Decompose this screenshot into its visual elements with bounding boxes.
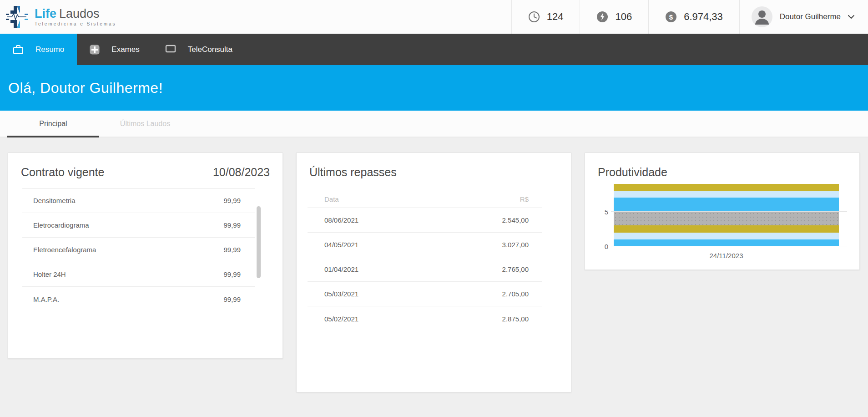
chart-y-tick-label: 0 — [605, 243, 608, 250]
brand-secondary: Laudos — [59, 7, 100, 20]
brand-primary: Life — [35, 7, 56, 20]
productivity-card: Produtividade 05 24/11/2023 — [585, 153, 860, 270]
transfers-card: Últimos repasses Data R$ 08/06/20212.545… — [296, 153, 571, 392]
transfer-amount: 2.545,00 — [502, 216, 529, 224]
stat-value: 6.974,33 — [684, 11, 723, 23]
transfer-date: 05/02/2021 — [324, 315, 358, 323]
bar-segment-series-6 — [614, 191, 839, 198]
stat-value: 106 — [615, 11, 632, 23]
bar-segment-series-7 — [614, 184, 839, 191]
greeting-banner: Olá, Doutor Guilherme! — [0, 65, 868, 111]
transfer-amount: 2.705,00 — [502, 290, 529, 298]
transfers-card-title: Últimos repasses — [297, 164, 571, 180]
transfer-amount: 2.765,00 — [502, 265, 529, 273]
stat-energy: 106 — [580, 0, 648, 34]
transfer-row: 04/05/20213.027,00 — [308, 233, 542, 257]
contract-item: Densitometria99,99 — [22, 188, 255, 213]
bar-segment-series-3 — [614, 225, 839, 232]
productivity-chart: 05 — [598, 184, 859, 246]
exam-price: 99,99 — [223, 295, 241, 303]
bar-segment-series-2 — [614, 233, 839, 239]
transfer-row: 08/06/20212.545,00 — [308, 208, 542, 233]
clock-icon — [528, 11, 540, 23]
user-name: Doutor Guilherme — [780, 12, 841, 21]
transfer-date: 05/03/2021 — [324, 290, 358, 298]
tab-resumo[interactable]: Resumo — [0, 34, 77, 65]
contract-list-scrollbar[interactable] — [257, 206, 261, 278]
transfer-date: 01/04/2021 — [324, 265, 358, 273]
exam-name: Eletrocardiograma — [33, 221, 89, 229]
briefcase-icon — [13, 45, 24, 55]
exam-price: 99,99 — [223, 270, 241, 278]
dollar-icon: $ — [665, 11, 677, 23]
contract-item: Eletroencefalograma99,99 — [22, 238, 255, 262]
transfer-row: 01/04/20212.765,00 — [308, 257, 542, 282]
transfer-amount: 2.875,00 — [502, 315, 529, 323]
transfers-table: Data R$ 08/06/20212.545,0004/05/20213.02… — [308, 191, 542, 331]
exam-name: M.A.P.A. — [33, 295, 59, 303]
plus-square-icon — [90, 45, 100, 55]
contract-item: Eletrocardiograma99,99 — [22, 213, 255, 238]
contract-card: Contrato vigente 10/08/2023 Densitometri… — [8, 153, 283, 359]
logo-cross-icon — [5, 5, 29, 29]
subtab-ultimos-laudos[interactable]: Últimos Laudos — [99, 111, 191, 137]
main-nav: Resumo Exames TeleConsulta — [0, 34, 868, 65]
transfers-table-header: Data R$ — [308, 191, 542, 208]
stacked-bar — [614, 184, 839, 246]
dashboard-content: Contrato vigente 10/08/2023 Densitometri… — [0, 137, 868, 407]
chart-gridline — [611, 246, 847, 246]
transfer-row: 05/03/20212.705,00 — [308, 282, 542, 306]
transfers-rows: 08/06/20212.545,0004/05/20213.027,0001/0… — [308, 208, 542, 331]
transfer-date: 04/05/2021 — [324, 241, 358, 249]
bolt-icon — [596, 11, 608, 23]
exam-name: Eletroencefalograma — [33, 246, 96, 254]
chart-gridline — [611, 211, 847, 212]
header-stats: 124 106 $ 6.974,33 — [511, 0, 868, 34]
exam-price: 99,99 — [223, 221, 241, 229]
subtab-principal[interactable]: Principal — [7, 111, 99, 137]
bar-segment-series-4 — [614, 212, 839, 225]
transfer-row: 05/02/20212.875,00 — [308, 306, 542, 331]
sub-tabs: Principal Últimos Laudos — [0, 111, 868, 137]
tab-teleconsulta[interactable]: TeleConsulta — [152, 34, 245, 65]
column-header-rs: R$ — [520, 195, 529, 203]
tab-label: Exames — [111, 45, 139, 54]
productivity-card-title: Produtividade — [585, 164, 859, 180]
column-header-data: Data — [324, 195, 339, 203]
exam-price: 99,99 — [223, 246, 241, 254]
app-header: LifeLaudos Telemedicina e Sistemas 124 1 — [0, 0, 868, 34]
chart-y-axis: 05 — [598, 184, 614, 246]
bar-segment-series-5 — [614, 198, 839, 211]
tab-label: TeleConsulta — [188, 45, 232, 54]
stat-balance: $ 6.974,33 — [648, 0, 739, 34]
avatar — [752, 6, 772, 27]
chart-y-tick-label: 5 — [605, 208, 608, 215]
svg-text:$: $ — [669, 13, 673, 21]
brand-subtitle: Telemedicina e Sistemas — [35, 21, 116, 26]
contract-item: M.A.P.A.99,99 — [22, 287, 255, 311]
monitor-icon — [165, 45, 176, 54]
contract-card-title: Contrato vigente — [21, 164, 104, 180]
transfer-date: 08/06/2021 — [324, 216, 358, 224]
exam-price: 99,99 — [223, 197, 241, 204]
greeting-text: Olá, Doutor Guilherme! — [8, 80, 163, 97]
contract-list-wrap: Densitometria99,99Eletrocardiograma99,99… — [22, 188, 254, 311]
chevron-down-icon — [848, 15, 854, 19]
exam-name: Holter 24H — [33, 270, 66, 278]
contract-item: Holter 24H99,99 — [22, 262, 255, 287]
chart-x-tick-label: 24/11/2023 — [614, 252, 839, 259]
contract-list: Densitometria99,99Eletrocardiograma99,99… — [22, 188, 255, 311]
exam-name: Densitometria — [33, 197, 76, 204]
contract-date: 10/08/2023 — [213, 166, 270, 179]
user-menu[interactable]: Doutor Guilherme — [739, 0, 868, 34]
stat-value: 124 — [547, 11, 564, 23]
transfer-amount: 3.027,00 — [502, 241, 529, 249]
logo-text: LifeLaudos Telemedicina e Sistemas — [35, 7, 116, 26]
tab-label: Resumo — [35, 45, 64, 54]
app-logo[interactable]: LifeLaudos Telemedicina e Sistemas — [0, 0, 116, 34]
bar-segment-series-1 — [614, 239, 839, 246]
stat-hours: 124 — [511, 0, 580, 34]
tab-exames[interactable]: Exames — [77, 34, 152, 65]
chart-plot-area — [614, 184, 843, 246]
